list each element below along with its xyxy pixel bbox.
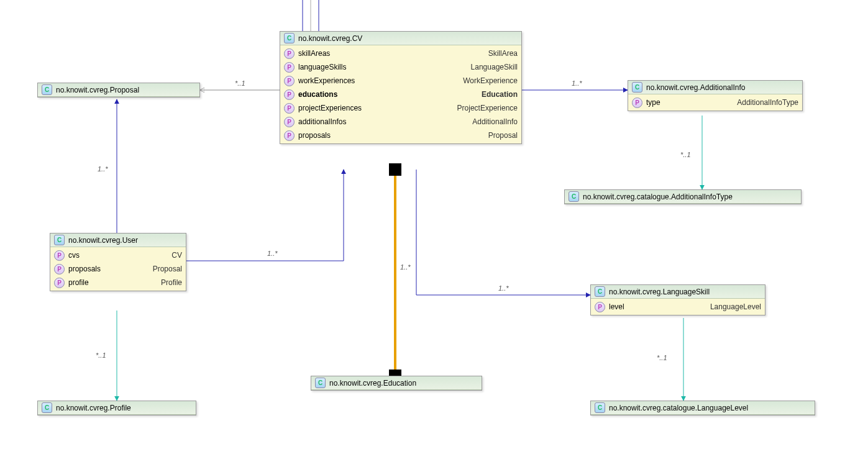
property-icon: P [595,302,605,312]
property-type: SkillArea [488,49,518,58]
class-title: no.knowit.cvreg.CV [298,34,362,43]
property-type: Proposal [153,265,182,273]
class-icon: C [595,402,605,413]
class-additionalinfotype[interactable]: Cno.knowit.cvreg.catalogue.AdditionalInf… [564,189,802,204]
property-icon: P [284,103,295,114]
property-name: workExperiences [298,76,450,85]
class-title: no.knowit.cvreg.LanguageSkill [609,288,710,296]
property-type: ProjectExperience [457,104,518,112]
class-title: no.knowit.cvreg.Profile [56,404,131,412]
property-icon: P [632,98,642,108]
mult-label: *..1 [680,151,691,158]
class-title: no.knowit.cvreg.AdditionalInfo [646,83,745,92]
property-row[interactable]: PprofileProfile [50,276,186,289]
property-row[interactable]: PadditionalInfosAdditionalInfo [280,115,521,129]
class-title: no.knowit.cvreg.Proposal [56,86,139,94]
class-title: no.knowit.cvreg.Education [329,379,416,388]
class-icon: C [42,84,52,95]
property-icon: P [284,130,295,141]
property-icon: P [54,250,65,261]
property-row[interactable]: PeducationsEducation [280,88,521,101]
property-icon: P [284,117,295,127]
property-type: Proposal [488,131,518,140]
property-type: LanguageLevel [710,302,761,311]
property-type: WorkExperience [463,76,518,85]
property-icon: P [54,264,65,274]
property-row[interactable]: PskillAreasSkillArea [280,47,521,60]
property-name: projectExperiences [298,104,445,112]
mult-label: *..1 [657,354,667,361]
property-type: Profile [161,278,182,287]
mult-label: *..1 [235,79,245,87]
class-icon: C [315,378,326,388]
class-icon: C [569,191,579,202]
mult-label: 1..* [267,250,278,257]
property-icon: P [284,89,295,100]
class-icon: C [54,235,65,245]
class-cv[interactable]: Cno.knowit.cvreg.CV PskillAreasSkillArea… [280,31,522,144]
property-name: profile [68,278,148,287]
property-row[interactable]: PprojectExperiencesProjectExperience [280,101,521,115]
property-name: skillAreas [298,49,476,58]
property-row[interactable]: PproposalsProposal [280,129,521,142]
property-row[interactable]: PtypeAdditionalInfoType [628,96,802,109]
property-name: educations [298,90,469,99]
property-name: level [609,302,698,311]
class-icon: C [42,402,52,413]
property-name: cvs [68,251,159,260]
property-name: type [646,98,724,107]
class-icon: C [284,33,295,43]
property-icon: P [284,62,295,73]
class-profile[interactable]: Cno.knowit.cvreg.Profile [37,401,196,415]
property-type: CV [171,251,182,260]
mult-label: 1..* [572,79,582,87]
class-proposal[interactable]: Cno.knowit.cvreg.Proposal [37,83,200,98]
mult-label: 1..* [98,165,108,173]
class-languagelevel[interactable]: Cno.knowit.cvreg.catalogue.LanguageLevel [590,401,815,415]
class-icon: C [595,286,605,297]
class-languageskill[interactable]: Cno.knowit.cvreg.LanguageSkill PlevelLan… [590,284,765,315]
class-user[interactable]: Cno.knowit.cvreg.User PcvsCVPproposalsPr… [50,233,186,291]
property-row[interactable]: PworkExperiencesWorkExperience [280,74,521,88]
property-name: proposals [298,131,476,140]
property-row[interactable]: PproposalsProposal [50,262,186,276]
class-icon: C [632,82,642,93]
property-row[interactable]: PlevelLanguageLevel [591,300,765,314]
property-type: LanguageSkill [471,63,518,71]
mult-label: *..1 [96,351,106,359]
property-name: proposals [68,265,140,273]
class-title: no.knowit.cvreg.catalogue.AdditionalInfo… [583,193,733,201]
property-row[interactable]: PcvsCV [50,248,186,262]
class-title: no.knowit.cvreg.catalogue.LanguageLevel [609,404,748,412]
class-additionalinfo[interactable]: Cno.knowit.cvreg.AdditionalInfo PtypeAdd… [628,80,803,111]
property-type: AdditionalInfo [472,117,518,126]
property-type: AdditionalInfoType [737,98,798,107]
property-row[interactable]: PlanguageSkillsLanguageSkill [280,60,521,74]
mult-label: 1..* [498,284,509,292]
property-type: Education [482,90,518,99]
property-name: languageSkills [298,63,459,71]
mult-label: 1..* [400,263,411,271]
class-title: no.knowit.cvreg.User [68,236,138,245]
property-icon: P [54,278,65,288]
property-icon: P [284,76,295,86]
class-education[interactable]: Cno.knowit.cvreg.Education [311,376,482,391]
property-name: additionalInfos [298,117,460,126]
property-icon: P [284,48,295,59]
